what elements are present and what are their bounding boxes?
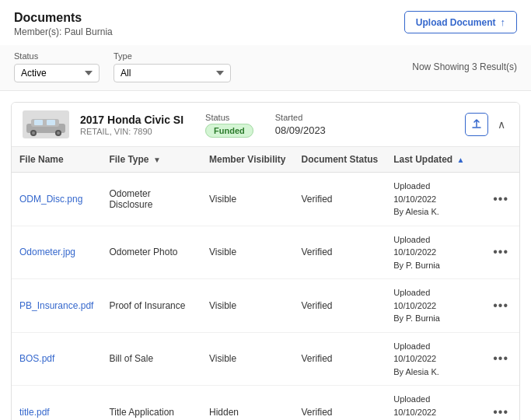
sort-icon: ▲	[457, 156, 465, 164]
file-link[interactable]: ODM_Disc.png	[19, 194, 82, 205]
col-document-status: Document Status	[294, 147, 386, 173]
vehicle-status-section: Status Funded Started 08/09/2023	[205, 113, 326, 136]
documents-table: File Name File Type ▼ Member Visibility …	[12, 147, 519, 420]
cell-file-type: Proof of Insurance	[101, 279, 201, 333]
type-filter-group: Type All Odometer Disclosure Odometer Ph…	[114, 51, 231, 82]
more-actions-button[interactable]: •••	[490, 191, 512, 208]
table-row: Odometer.jpg Odometer Photo Visible Veri…	[12, 226, 519, 279]
vehicle-header: 2017 Honda Civic SI RETAIL, VIN: 7890 St…	[12, 103, 519, 147]
vehicle-actions: ∧	[465, 113, 508, 136]
filter-section: Status Active Inactive All Type All Odom…	[0, 45, 531, 91]
cell-more-actions: •••	[482, 279, 519, 333]
col-last-updated[interactable]: Last Updated ▲	[386, 147, 482, 173]
header-section: Documents Member(s): Paul Burnia Upload …	[0, 0, 531, 45]
cell-file-type: Bill of Sale	[101, 332, 201, 386]
started-label: Started	[275, 113, 326, 122]
table-row: BOS.pdf Bill of Sale Visible Verified Up…	[12, 332, 519, 386]
upload-icon	[471, 119, 482, 130]
car-image	[23, 110, 69, 138]
table-row: title.pdf Title Application Hidden Verif…	[12, 386, 519, 421]
cell-last-updated: Uploaded 10/10/2022By P. Burnia	[386, 226, 482, 279]
cell-document-status: Verified	[294, 386, 386, 421]
page-container: Documents Member(s): Paul Burnia Upload …	[0, 0, 531, 420]
file-link[interactable]: PB_Insurance.pdf	[19, 300, 93, 311]
updated-text: Uploaded 10/10/2022By Alesia K.	[393, 393, 474, 420]
more-actions-button[interactable]: •••	[490, 297, 512, 314]
table-header-row: File Name File Type ▼ Member Visibility …	[12, 147, 519, 173]
col-member-visibility: Member Visibility	[201, 147, 293, 173]
status-block: Status Funded	[205, 113, 253, 136]
cell-member-visibility: Visible	[201, 226, 293, 279]
car-icon	[25, 113, 67, 136]
vehicle-card: 2017 Honda Civic SI RETAIL, VIN: 7890 St…	[11, 102, 520, 420]
updated-text: Uploaded 10/10/2022By P. Burnia	[393, 233, 474, 272]
started-block: Started 08/09/2023	[275, 113, 326, 136]
updated-text: Uploaded 10/10/2022By Alesia K.	[393, 180, 474, 219]
svg-point-5	[32, 131, 35, 135]
cell-file-name: title.pdf	[12, 386, 101, 421]
more-actions-button[interactable]: •••	[490, 243, 512, 261]
file-link[interactable]: BOS.pdf	[19, 353, 54, 364]
status-block-label: Status	[205, 113, 253, 122]
more-actions-button[interactable]: •••	[490, 404, 512, 420]
more-actions-button[interactable]: •••	[490, 350, 512, 367]
cell-file-name: BOS.pdf	[12, 332, 101, 386]
upload-icon: ↑	[501, 16, 506, 28]
upload-document-button[interactable]: Upload Document ↑	[404, 11, 517, 33]
svg-rect-2	[34, 120, 43, 125]
table-row: ODM_Disc.png Odometer Disclosure Visible…	[12, 173, 519, 226]
cell-document-status: Verified	[294, 173, 386, 226]
cell-more-actions: •••	[482, 386, 519, 421]
svg-point-7	[57, 131, 60, 135]
cell-member-visibility: Visible	[201, 279, 293, 333]
table-row: PB_Insurance.pdf Proof of Insurance Visi…	[12, 279, 519, 333]
cell-more-actions: •••	[482, 332, 519, 386]
vehicle-name: 2017 Honda Civic SI	[80, 114, 183, 126]
file-link[interactable]: Odometer.jpg	[19, 247, 75, 257]
col-file-name: File Name	[12, 147, 101, 173]
page-title: Documents	[14, 11, 113, 25]
cell-file-type: Title Application	[101, 386, 201, 421]
col-file-type[interactable]: File Type ▼	[101, 147, 201, 173]
cell-last-updated: Uploaded 10/10/2022By P. Burnia	[386, 279, 482, 333]
results-count: Now Showing 3 Result(s)	[412, 61, 517, 72]
cell-document-status: Verified	[294, 279, 386, 333]
vehicle-sub: RETAIL, VIN: 7890	[80, 127, 183, 136]
cell-member-visibility: Hidden	[201, 386, 293, 421]
cell-more-actions: •••	[482, 226, 519, 279]
col-actions	[482, 147, 519, 173]
type-filter-label: Type	[114, 51, 231, 61]
type-filter-select[interactable]: All Odometer Disclosure Odometer Photo P…	[114, 64, 231, 82]
updated-text: Uploaded 10/10/2022By Alesia K.	[393, 340, 474, 379]
cell-member-visibility: Visible	[201, 173, 293, 226]
funded-badge: Funded	[205, 124, 253, 138]
status-filter-label: Status	[14, 51, 100, 61]
cell-last-updated: Uploaded 10/10/2022By Alesia K.	[386, 173, 482, 226]
file-link[interactable]: title.pdf	[19, 407, 50, 418]
filter-icon: ▼	[153, 156, 161, 164]
cell-file-name: ODM_Disc.png	[12, 173, 101, 226]
cell-file-type: Odometer Photo	[101, 226, 201, 279]
started-date: 08/09/2023	[275, 124, 326, 136]
member-label: Member(s): Paul Burnia	[14, 26, 113, 37]
status-filter-group: Status Active Inactive All	[14, 51, 100, 82]
cell-file-type: Odometer Disclosure	[101, 173, 201, 226]
cell-file-name: Odometer.jpg	[12, 226, 101, 279]
upload-vehicle-button[interactable]	[465, 113, 488, 136]
cell-member-visibility: Visible	[201, 332, 293, 386]
status-filter-select[interactable]: Active Inactive All	[14, 64, 100, 82]
cell-more-actions: •••	[482, 173, 519, 226]
cell-last-updated: Uploaded 10/10/2022By Alesia K.	[386, 332, 482, 386]
svg-rect-3	[47, 120, 55, 125]
cell-file-name: PB_Insurance.pdf	[12, 279, 101, 333]
vehicle-info: 2017 Honda Civic SI RETAIL, VIN: 7890	[80, 114, 183, 136]
cell-document-status: Verified	[294, 332, 386, 386]
header-left: Documents Member(s): Paul Burnia	[14, 11, 113, 37]
cell-document-status: Verified	[294, 226, 386, 279]
cell-last-updated: Uploaded 10/10/2022By Alesia K.	[386, 386, 482, 421]
updated-text: Uploaded 10/10/2022By P. Burnia	[393, 286, 474, 325]
collapse-button[interactable]: ∧	[494, 115, 508, 134]
